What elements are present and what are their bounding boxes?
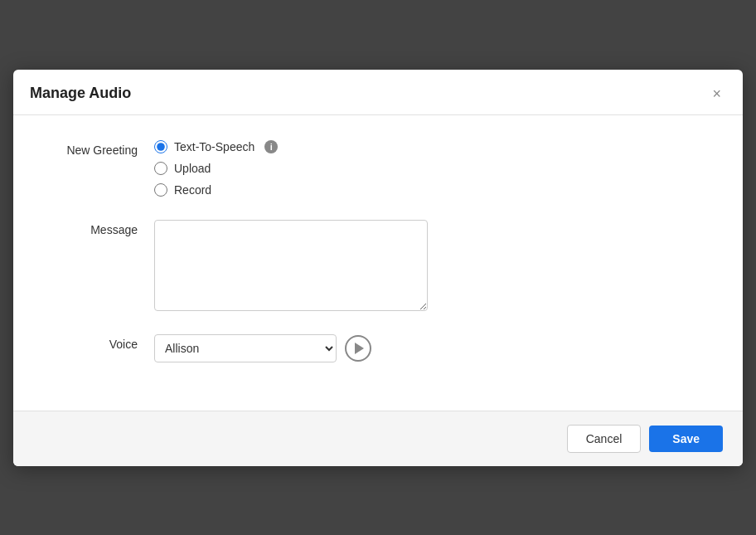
message-row: Message xyxy=(46,220,710,311)
modal-title: Manage Audio xyxy=(30,85,131,102)
voice-row: Voice Allison Emma Olivia xyxy=(46,334,710,362)
voice-content: Allison Emma Olivia xyxy=(154,334,710,362)
info-icon-tts[interactable]: i xyxy=(264,140,278,153)
radio-option-upload[interactable]: Upload xyxy=(154,162,710,175)
voice-select[interactable]: Allison Emma Olivia xyxy=(154,334,337,362)
play-icon xyxy=(355,343,364,354)
manage-audio-modal: Manage Audio × New Greeting Text-To-Spee… xyxy=(13,70,743,466)
message-content xyxy=(154,220,710,311)
radio-tts[interactable] xyxy=(154,140,167,153)
modal-footer: Cancel Save xyxy=(13,411,743,466)
greeting-row: New Greeting Text-To-Speech i Upload xyxy=(46,140,710,197)
radio-option-record[interactable]: Record xyxy=(154,183,710,197)
greeting-label: New Greeting xyxy=(46,140,154,157)
radio-option-tts[interactable]: Text-To-Speech i xyxy=(154,140,710,153)
radio-upload[interactable] xyxy=(154,162,167,175)
radio-label-record: Record xyxy=(174,183,211,197)
voice-controls: Allison Emma Olivia xyxy=(154,334,710,362)
play-button[interactable] xyxy=(345,335,371,362)
modal-overlay: Manage Audio × New Greeting Text-To-Spee… xyxy=(0,0,756,535)
message-label: Message xyxy=(46,220,154,236)
greeting-options: Text-To-Speech i Upload Record xyxy=(154,140,710,197)
radio-record[interactable] xyxy=(154,183,167,197)
voice-label: Voice xyxy=(46,334,154,351)
cancel-button[interactable]: Cancel xyxy=(567,425,642,453)
modal-header: Manage Audio × xyxy=(13,70,743,115)
radio-label-tts: Text-To-Speech xyxy=(174,140,254,153)
modal-body: New Greeting Text-To-Speech i Upload xyxy=(13,115,743,411)
save-button[interactable]: Save xyxy=(649,426,723,452)
radio-label-upload: Upload xyxy=(174,162,211,175)
close-button[interactable]: × xyxy=(707,85,726,103)
message-textarea[interactable] xyxy=(154,220,428,311)
radio-group: Text-To-Speech i Upload Record xyxy=(154,140,710,197)
